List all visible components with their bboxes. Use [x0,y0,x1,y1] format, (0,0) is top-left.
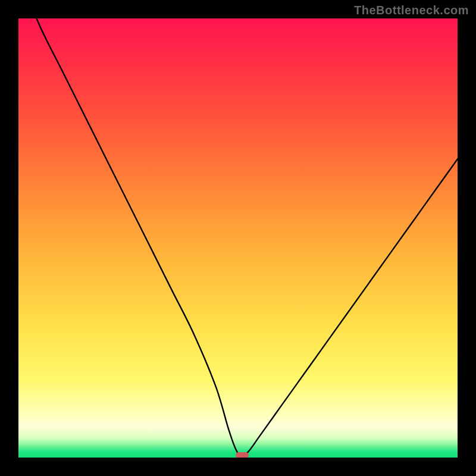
curve-path [18,18,458,456]
minimum-marker [236,452,249,458]
plot-area [18,18,458,458]
site-watermark: TheBottleneck.com [354,4,469,17]
chart-frame: TheBottleneck.com [0,0,476,476]
bottleneck-curve [18,18,458,458]
